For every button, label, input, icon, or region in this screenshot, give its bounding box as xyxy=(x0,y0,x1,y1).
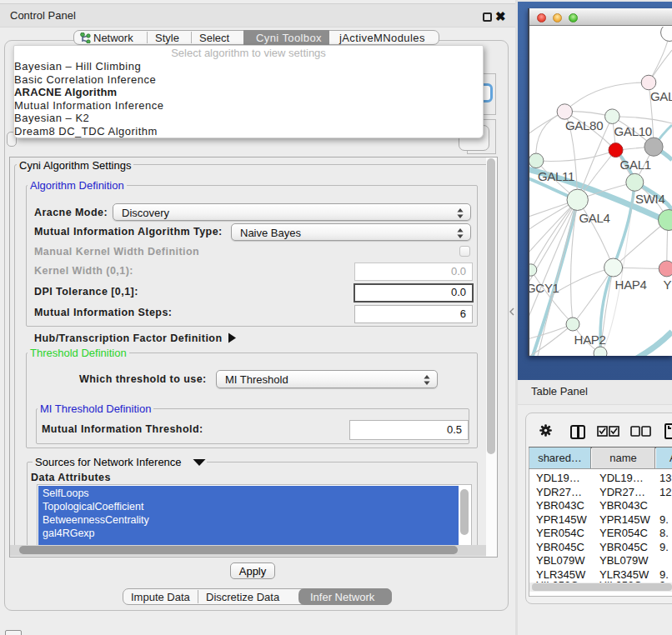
svg-text:GAL11: GAL11 xyxy=(538,169,574,183)
svg-text:GAL80: GAL80 xyxy=(565,118,603,132)
svg-text:GAL10: GAL10 xyxy=(614,124,652,138)
svg-text:GCY1: GCY1 xyxy=(529,281,559,295)
svg-text:HAP4: HAP4 xyxy=(615,278,647,292)
svg-text:HAP2: HAP2 xyxy=(574,332,606,347)
svg-text:GAL7: GAL7 xyxy=(650,89,672,103)
svg-text:GAL4: GAL4 xyxy=(579,211,610,225)
svg-text:SWI4: SWI4 xyxy=(635,192,664,206)
svg-text:Y: Y xyxy=(664,278,672,292)
svg-text:GAL1: GAL1 xyxy=(620,158,651,172)
